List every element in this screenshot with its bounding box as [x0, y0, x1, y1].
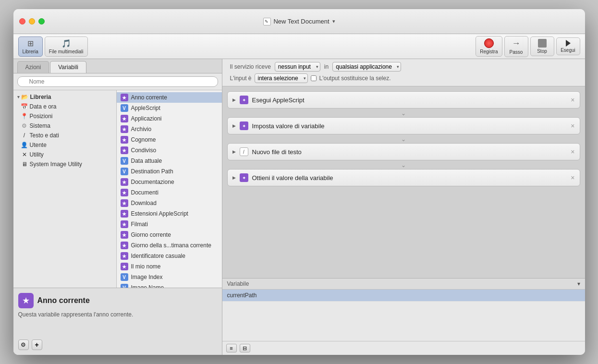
sidebar-item-libreria[interactable]: ▾ 📂 Libreria	[13, 92, 116, 102]
sidebar-item-posizioni[interactable]: 📍 Posizioni	[13, 111, 116, 121]
step-close-button[interactable]: ×	[571, 122, 574, 130]
info-title: Anno corrente	[37, 296, 90, 305]
list-item-label: Download	[131, 200, 157, 206]
connector-arrow-icon: ⌄	[401, 110, 406, 117]
step-connector: ⌄	[227, 135, 580, 143]
list-item-icon: ★	[121, 125, 128, 133]
list-item[interactable]: ★Anno corrente	[117, 92, 222, 103]
list-item-label: Documentazione	[131, 179, 174, 185]
siu-icon: 🖥	[21, 161, 28, 168]
add-button[interactable]: +	[32, 340, 42, 350]
search-wrapper: 🔍	[17, 76, 218, 87]
file-multimediali-label: File multimediali	[49, 49, 84, 54]
list-item[interactable]: ★Estensioni AppleScript	[117, 208, 222, 219]
esegui-button[interactable]: Esegui	[556, 37, 580, 55]
step-header[interactable]: ▶✦Imposta valore di variabile×	[228, 118, 580, 134]
list-item[interactable]: ★Filmati	[117, 219, 222, 230]
service-select-1[interactable]: nessun input	[275, 62, 320, 72]
step-header[interactable]: ▶✦Esegui AppleScript×	[228, 92, 580, 108]
variable-item[interactable]: currentPath	[222, 290, 585, 302]
list-item[interactable]: VImage Index	[117, 272, 222, 282]
close-button[interactable]	[19, 18, 25, 24]
esegui-icon	[566, 40, 571, 47]
file-multimediali-button[interactable]: 🎵 File multimediali	[45, 36, 88, 57]
step-title: Ottieni il valore della variabile	[252, 174, 567, 182]
list-item[interactable]: ★Condiviso	[117, 145, 222, 156]
main-content: Azioni Variabili 🔍 ▾ 📂	[13, 59, 585, 355]
list-item-icon: V	[121, 284, 128, 288]
libreria-label: Libreria	[23, 49, 38, 54]
utente-icon: 👤	[21, 142, 28, 148]
record-icon	[484, 38, 494, 48]
list-item[interactable]: VAppleScript	[117, 103, 222, 113]
variables-collapse-icon[interactable]: ▾	[577, 280, 580, 287]
posizioni-icon: 📍	[21, 113, 28, 120]
step-title: Nuovo file di testo	[252, 148, 567, 156]
step-close-button[interactable]: ×	[571, 96, 574, 104]
service-select-2[interactable]: qualsiasi applicazione	[332, 62, 401, 72]
list-item-label: Estensioni AppleScript	[131, 210, 188, 217]
search-input[interactable]	[17, 76, 218, 87]
list-item-icon: ★	[121, 231, 128, 239]
sidebar-item-testo-dati[interactable]: / Testo e dati	[13, 131, 116, 140]
list-item[interactable]: ★Download	[117, 198, 222, 208]
passo-label: Passo	[510, 49, 523, 55]
title-dropdown-arrow[interactable]: ▾	[332, 18, 335, 24]
in-label: in	[324, 63, 329, 70]
maximize-button[interactable]	[38, 18, 45, 24]
step-icon: /	[240, 147, 248, 156]
list-item[interactable]: ★Archivio	[117, 124, 222, 134]
variables-list-btn[interactable]: ≡	[226, 344, 237, 352]
list-item-icon: ★	[121, 220, 128, 228]
service-select-3[interactable]: intera selezione	[255, 73, 308, 83]
list-item[interactable]: ★Cognome	[117, 134, 222, 145]
list-item[interactable]: VData attuale	[117, 156, 222, 166]
list-item-icon: ★	[121, 252, 128, 260]
stop-button[interactable]: Stop	[530, 36, 554, 56]
step-header[interactable]: ▶✦Ottieni il valore della variabile×	[228, 170, 580, 186]
list-item[interactable]: ★Giorno della s...timana corrente	[117, 240, 222, 251]
list-item[interactable]: ★Applicazioni	[117, 113, 222, 124]
registra-button[interactable]: Registra	[476, 36, 502, 57]
step-header[interactable]: ▶/Nuovo file di testo×	[228, 144, 580, 160]
list-item-icon: ★	[121, 178, 128, 186]
sidebar-item-utility[interactable]: ✕ Utility	[13, 150, 116, 159]
step-title: Esegui AppleScript	[252, 97, 567, 104]
sidebar-item-utente[interactable]: 👤 Utente	[13, 140, 116, 150]
info-icon: ★	[18, 293, 34, 308]
list-item[interactable]: ★Documenti	[117, 187, 222, 198]
input-label: L'input è	[230, 75, 252, 82]
gear-button[interactable]: ⚙	[18, 340, 29, 350]
step-close-button[interactable]: ×	[571, 148, 574, 156]
list-item[interactable]: ★Giorno corrente	[117, 230, 222, 240]
tab-azioni[interactable]: Azioni	[17, 61, 49, 73]
passo-button[interactable]: → Passo	[504, 36, 528, 57]
service-row-1: Il servizio riceve nessun input ▾ in qua…	[230, 62, 577, 72]
sistema-icon: ⚙	[21, 122, 28, 129]
file-multimediali-icon: 🎵	[61, 39, 71, 48]
variables-add-btn[interactable]: ⊟	[240, 344, 250, 352]
connector-arrow-icon: ⌄	[401, 162, 406, 169]
sidebar-item-data-ora[interactable]: 📅 Data e ora	[13, 102, 116, 111]
list-item[interactable]: ★Identificatore casuale	[117, 251, 222, 261]
output-checkbox[interactable]	[311, 75, 317, 81]
variables-header: Variabile ▾	[222, 279, 585, 290]
info-description: Questa variabile rappresenta l'anno corr…	[18, 311, 217, 318]
list-item-icon: V	[121, 273, 128, 281]
list-item[interactable]: ★Documentazione	[117, 177, 222, 187]
list-item-icon: V	[121, 157, 128, 165]
sidebar-item-system-image-utility[interactable]: 🖥 System Image Utility	[13, 159, 116, 169]
minimize-button[interactable]	[29, 18, 35, 24]
libreria-button[interactable]: ⊞ Libreria	[18, 36, 43, 57]
variables-title: Variabile	[227, 280, 249, 287]
list-item[interactable]: VDestination Path	[117, 166, 222, 177]
right-panel: Il servizio riceve nessun input ▾ in qua…	[222, 59, 585, 355]
list-item[interactable]: ★Il mio nome	[117, 261, 222, 272]
list-item[interactable]: VImage Name	[117, 282, 222, 288]
titlebar: ✎ New Text Document ▾	[13, 9, 585, 34]
step-expand-icon: ▶	[232, 123, 236, 128]
sidebar-item-sistema[interactable]: ⚙ Sistema	[13, 121, 116, 131]
tab-variabili[interactable]: Variabili	[50, 61, 86, 73]
step-close-button[interactable]: ×	[571, 174, 574, 182]
service-select-1-wrapper: nessun input ▾	[275, 62, 320, 72]
